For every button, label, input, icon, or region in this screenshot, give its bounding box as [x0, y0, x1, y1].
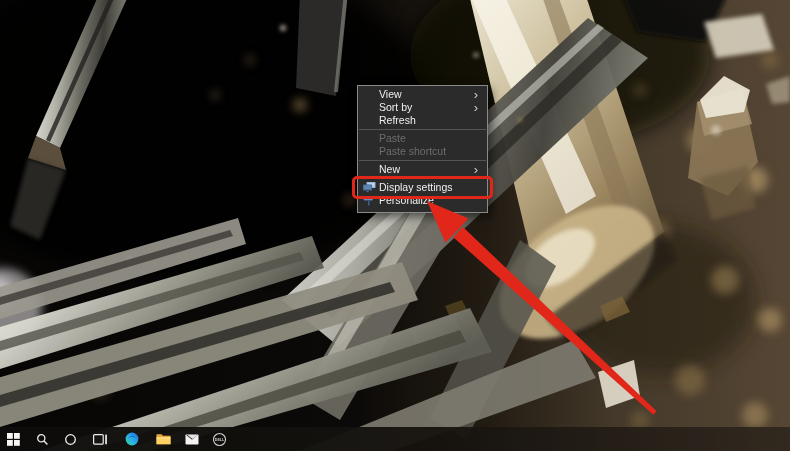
menu-item-paste-shortcut: Paste shortcut [358, 145, 487, 158]
display-settings-icon [363, 182, 376, 193]
desktop-wallpaper[interactable] [0, 0, 790, 451]
personalize-icon [363, 195, 376, 206]
start-button[interactable] [1, 427, 25, 451]
menu-item-personalize[interactable]: Personalize [358, 194, 487, 207]
dell-logo-icon: DELL [212, 432, 227, 447]
menu-item-label: View [379, 88, 402, 100]
taskbar: DELL [0, 427, 790, 451]
menu-separator [359, 178, 486, 179]
menu-item-view[interactable]: View › [358, 88, 487, 101]
search-button[interactable] [30, 427, 54, 451]
menu-item-refresh[interactable]: Refresh [358, 114, 487, 127]
dell-button[interactable]: DELL [207, 427, 231, 451]
menu-item-display-settings[interactable]: Display settings [358, 181, 487, 194]
menu-item-label: Paste [379, 132, 406, 144]
task-view-icon [93, 433, 108, 446]
menu-item-label: Refresh [379, 114, 416, 126]
menu-separator [359, 129, 486, 130]
menu-separator [359, 160, 486, 161]
menu-item-label: Display settings [379, 181, 453, 193]
submenu-arrow-icon: › [474, 101, 478, 114]
menu-item-label: Personalize [379, 194, 434, 206]
desktop-context-menu: View › Sort by › Refresh Paste Paste sho… [357, 85, 488, 213]
menu-item-paste: Paste [358, 132, 487, 145]
desktop-screen: View › Sort by › Refresh Paste Paste sho… [0, 0, 790, 451]
file-explorer-icon [156, 433, 171, 445]
cortana-button[interactable] [58, 427, 82, 451]
file-explorer-button[interactable] [151, 427, 175, 451]
edge-icon [125, 432, 139, 446]
mail-button[interactable] [180, 427, 204, 451]
search-icon [36, 433, 49, 446]
mail-icon [185, 434, 199, 445]
menu-item-new[interactable]: New › [358, 163, 487, 176]
menu-item-label: Sort by [379, 101, 412, 113]
svg-text:DELL: DELL [214, 438, 224, 442]
cortana-icon [64, 433, 77, 446]
windows-logo-icon [7, 433, 20, 446]
submenu-arrow-icon: › [474, 163, 478, 176]
edge-button[interactable] [120, 427, 144, 451]
menu-item-sort-by[interactable]: Sort by › [358, 101, 487, 114]
task-view-button[interactable] [88, 427, 112, 451]
menu-item-label: Paste shortcut [379, 145, 446, 157]
menu-item-label: New [379, 163, 400, 175]
